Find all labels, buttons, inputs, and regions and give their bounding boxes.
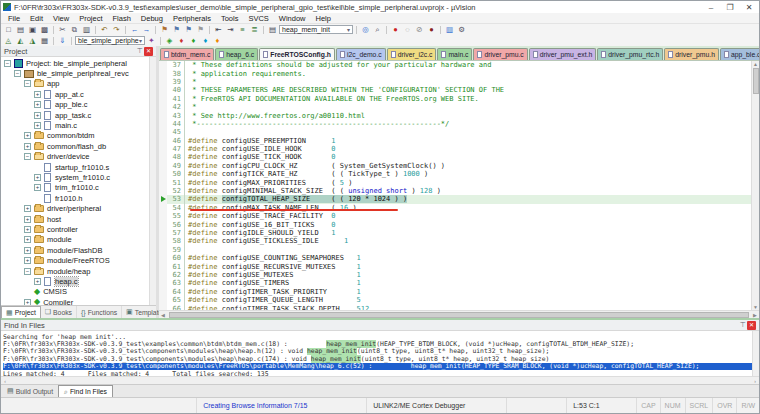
menu-project[interactable]: Project [74,14,107,23]
code-line-52[interactable]: 52#define configMINIMAL_STACK_SIZE ( ( u… [159,187,751,195]
expand-icon[interactable]: + [24,205,31,212]
editor-tab-driver-pmu-c[interactable]: driver_pmu.c [473,48,527,60]
books-window-icon[interactable]: ♦ [212,36,223,46]
menu-edit[interactable]: Edit [25,14,48,23]
expand-icon[interactable]: + [24,216,31,223]
breakpoint-enable-icon[interactable]: ⊘ [414,25,425,35]
boards-icon[interactable]: ♦ [188,36,199,46]
tree-item-compiler[interactable]: +◆Compiler [1,297,149,305]
tree-item-module-flashdb[interactable]: +module/FlashDB [1,245,149,255]
rebuild-all-icon[interactable]: ◮ [27,36,38,46]
panel-tab-books[interactable]: ❏Books [41,306,77,318]
code-line-45[interactable]: 45 [159,128,751,136]
code-line-47[interactable]: 47#define configUSE_IDLE_HOOK 0 [159,145,751,153]
paste-icon[interactable]: ▥ [81,25,92,35]
code-line-66[interactable]: 66#define configTIMER_TASK_STACK_DEPTH 5… [159,304,751,310]
tree-item-app-task-c[interactable]: +app_task.c [1,110,149,120]
code-area[interactable]: 37 * These definitions should be adjuste… [159,60,759,310]
find-result-row-2[interactable]: F:\0FR\fr303x\FR303x-SDK-v0.3.9_test\com… [3,348,752,355]
bottom-tab-find-in-files[interactable]: ⌕Find In Files [58,385,113,397]
project-pin-icon[interactable]: ⊤ [135,47,144,55]
minimize-button[interactable]: – [703,3,719,12]
scroll-left-icon[interactable]: ◀ [159,312,167,318]
tree-item-module[interactable]: +module [1,235,149,245]
batch-build-icon[interactable]: ▦ [39,36,50,46]
editor-tab-freertosconfig-h[interactable]: FreeRTOSConfig.h [259,48,335,60]
nav-back-icon[interactable]: ← [129,25,140,35]
editor-vscroll-thumb[interactable] [753,68,759,94]
collapse-icon[interactable]: − [4,60,11,67]
expand-icon[interactable]: + [24,257,31,264]
collapse-icon[interactable]: − [24,80,31,87]
chevron-down-icon[interactable]: ▾ [139,37,142,44]
tree-item-driver-device[interactable]: −driver/device [1,152,149,162]
open-file-icon[interactable]: ▤ [15,25,26,35]
code-line-37[interactable]: 37 * These definitions should be adjuste… [159,61,751,69]
menu-tools[interactable]: Tools [216,14,244,23]
save-all-icon[interactable]: ▩ [39,25,50,35]
save-icon[interactable]: ▣ [27,25,38,35]
nav-forward-icon[interactable]: → [141,25,152,35]
editor-tab-driver-pmu-h[interactable]: driver_pmu.h [664,48,719,60]
download-flash-icon[interactable]: ⇓ [57,36,68,46]
expand-icon[interactable]: + [24,143,31,150]
project-tree-scrollbar[interactable] [149,57,156,305]
code-line-43[interactable]: 43 * See http://www.freertos.org/a00110.… [159,111,751,119]
close-button[interactable]: ✕ [741,3,757,12]
editor-tab-driver-pmu-rtc-h[interactable]: driver_pmu_rtc.h [597,48,663,60]
code-line-60[interactable]: 60#define configUSE_COUNTING_SEMAPHORES … [159,254,751,262]
code-line-64[interactable]: 64#define configTIMER_TASK_PRIORITY 1 [159,288,751,296]
new-file-icon[interactable]: □ [3,25,14,35]
collapse-icon[interactable]: − [24,268,31,275]
bookmark-prev-icon[interactable]: ⚑ [171,25,182,35]
bottom-tab-build-output[interactable]: ▤Build Output [2,385,58,397]
indent-left-icon[interactable]: ⇤ [213,25,224,35]
expand-icon[interactable]: + [34,112,41,119]
editor-tab-i2c-demo-c[interactable]: i2c_demo.c [336,48,386,60]
panel-tab-functions[interactable]: {}Functions [77,306,122,318]
code-line-51[interactable]: 51#define configMAX_PRIORITIES ( 5 ) [159,178,751,186]
peripherals-dialog-icon[interactable]: ♦ [200,36,211,46]
tree-item-system-fr1010-c[interactable]: +system_fr1010.c [1,172,149,182]
find-result-row-1[interactable]: F:\0FR\fr303x\FR303x-SDK-v0.3.9_test\exa… [3,340,752,347]
tree-item-app-at-c[interactable]: +app_at.c [1,89,149,99]
expand-icon[interactable]: + [24,132,31,139]
collapse-icon[interactable]: − [24,153,31,160]
uncomment-icon[interactable]: ≣ [249,25,260,35]
find-scroll-right-icon[interactable]: › [751,378,759,384]
tree-item-fr1010-h[interactable]: fr1010.h [1,193,149,203]
find-horizontal-scrollbar[interactable]: ‹ › [1,376,759,384]
tree-item-trim-fr1010-c[interactable]: +trim_fr1010.c [1,183,149,193]
code-line-40[interactable]: 40 * THESE PARAMETERS ARE DESCRIBED WITH… [159,86,751,94]
breakpoint-kill-icon[interactable]: ● [426,25,437,35]
chevron-down-icon[interactable]: ▾ [347,26,350,33]
code-line-41[interactable]: 41 * FreeRTOS API DOCUMENTATION AVAILABL… [159,95,751,103]
build-icon[interactable]: ◭ [15,36,26,46]
expand-icon[interactable]: + [34,91,41,98]
find-vertical-scrollbar[interactable] [752,331,759,376]
tree-item-main-c[interactable]: +main.c [1,120,149,130]
editor-vertical-scrollbar[interactable]: ▲ ▼ [751,61,759,310]
redo-icon[interactable]: ↷ [111,25,122,35]
editor-tab-driver-pmu-ext-h[interactable]: driver_pmu_ext.h [529,48,597,60]
editor-hscroll-thumb[interactable] [169,312,749,318]
menu-help[interactable]: Help [311,14,336,23]
debug-windows-icon[interactable]: ▥ [444,25,455,35]
maximize-button[interactable]: ❐ [722,3,738,12]
code-line-49[interactable]: 49#define configCPU_CLOCK_HZ ( System_Ge… [159,162,751,170]
expand-icon[interactable]: + [34,101,41,108]
undo-icon[interactable]: ↶ [99,25,110,35]
expand-icon[interactable]: + [24,247,31,254]
tree-item-driver-peripheral[interactable]: +driver/peripheral [1,203,149,213]
editor-tab-heap-6-c[interactable]: heap_6.c [215,48,258,60]
code-line-48[interactable]: 48#define configUSE_TICK_HOOK 0 [159,153,751,161]
menu-debug[interactable]: Debug [136,14,168,23]
tree-item-app-ble-c[interactable]: +app_ble.c [1,100,149,110]
menu-window[interactable]: Window [274,14,311,23]
code-line-50[interactable]: 50#define configTICK_RATE_HZ ( ( TickTyp… [159,170,751,178]
code-line-42[interactable]: 42 * [159,103,751,111]
editor-horizontal-scrollbar[interactable]: ◀ ▶ [159,310,759,318]
editor-tab-btdm-mem-c[interactable]: btdm_mem.c [160,48,214,60]
code-line-61[interactable]: 61#define configUSE_RECURSIVE_MUTEXES 1 [159,262,751,270]
expand-icon[interactable]: + [34,278,41,285]
